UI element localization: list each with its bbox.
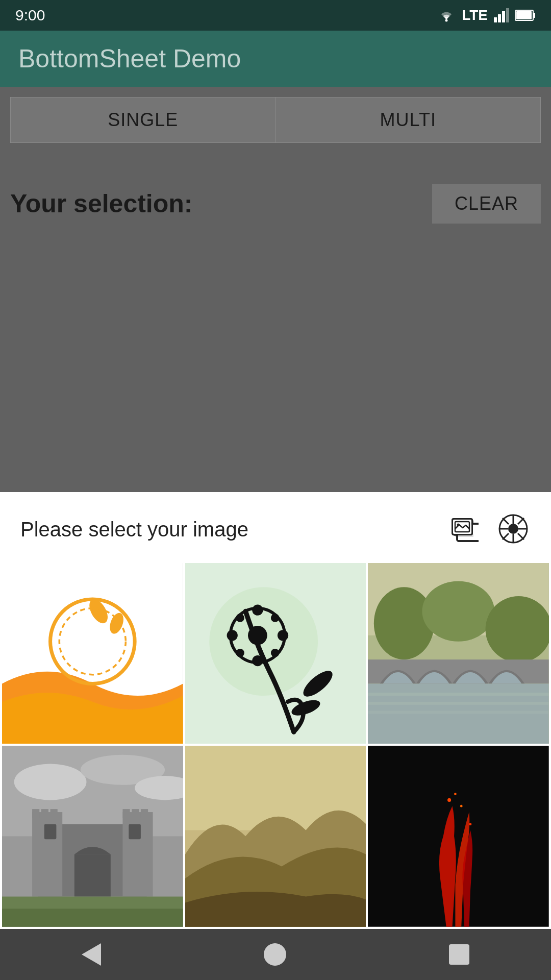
home-icon xyxy=(264,943,286,966)
svg-rect-1 xyxy=(494,17,497,22)
svg-point-34 xyxy=(92,607,98,613)
bottom-sheet-header: Please select your image xyxy=(0,492,551,563)
battery-icon xyxy=(515,9,536,21)
status-bar: 9:00 LTE xyxy=(0,0,551,31)
clear-button[interactable]: CLEAR xyxy=(432,184,541,224)
svg-rect-7 xyxy=(516,11,532,19)
back-button[interactable] xyxy=(82,943,101,966)
svg-point-39 xyxy=(252,604,263,615)
svg-rect-70 xyxy=(122,809,130,818)
svg-line-28 xyxy=(503,533,509,540)
svg-rect-73 xyxy=(74,854,111,897)
image-item-6[interactable] xyxy=(368,746,549,927)
svg-point-0 xyxy=(445,19,448,22)
svg-point-84 xyxy=(454,793,457,796)
camera-icon xyxy=(498,513,529,544)
lte-label: LTE xyxy=(462,7,488,23)
selection-label: Your selection: xyxy=(10,189,192,218)
svg-point-81 xyxy=(447,798,451,802)
image-item-1[interactable] xyxy=(2,563,183,744)
nav-bar xyxy=(0,929,551,980)
gallery-icon xyxy=(450,514,479,543)
image-item-4[interactable] xyxy=(2,746,183,927)
svg-point-61 xyxy=(14,764,87,800)
svg-line-26 xyxy=(518,533,524,540)
svg-rect-71 xyxy=(132,809,139,818)
svg-rect-56 xyxy=(368,693,549,696)
selection-row: Your selection: CLEAR xyxy=(10,184,541,224)
recents-icon xyxy=(449,944,469,965)
bottom-sheet-title: Please select your image xyxy=(20,518,248,541)
status-icons: LTE xyxy=(437,7,536,23)
svg-point-41 xyxy=(227,630,237,641)
svg-rect-57 xyxy=(368,702,549,705)
svg-point-45 xyxy=(236,649,244,657)
home-button[interactable] xyxy=(264,943,286,966)
svg-point-40 xyxy=(252,655,263,666)
single-tab[interactable]: SINGLE xyxy=(10,97,276,143)
svg-rect-68 xyxy=(41,809,48,818)
svg-line-25 xyxy=(503,518,509,524)
svg-point-20 xyxy=(508,524,518,534)
svg-rect-69 xyxy=(51,809,58,818)
app-title: BottomSheet Demo xyxy=(18,44,241,74)
image-item-3[interactable] xyxy=(368,563,549,744)
svg-rect-77 xyxy=(2,909,183,927)
svg-rect-74 xyxy=(44,824,57,840)
svg-point-83 xyxy=(469,823,472,826)
gallery-button[interactable] xyxy=(448,512,481,547)
time-display: 9:00 xyxy=(15,7,45,24)
tab-row: SINGLE MULTI xyxy=(10,97,541,143)
svg-point-46 xyxy=(271,614,280,622)
svg-rect-2 xyxy=(498,14,501,22)
empty-space xyxy=(10,224,541,482)
svg-rect-18 xyxy=(455,534,473,537)
svg-point-52 xyxy=(422,581,495,641)
svg-point-53 xyxy=(486,596,549,663)
svg-point-38 xyxy=(248,626,267,645)
wifi-icon xyxy=(437,8,456,22)
image-item-2[interactable] xyxy=(185,563,366,744)
header-icons xyxy=(448,511,531,548)
svg-rect-4 xyxy=(506,8,509,22)
back-icon xyxy=(82,943,101,966)
svg-line-27 xyxy=(518,518,524,524)
bottom-sheet: Please select your image xyxy=(0,492,551,929)
svg-point-42 xyxy=(278,630,288,641)
svg-rect-67 xyxy=(32,809,39,818)
svg-point-51 xyxy=(374,587,434,659)
main-content: SINGLE MULTI Your selection: CLEAR xyxy=(0,87,551,492)
svg-rect-75 xyxy=(129,824,141,840)
svg-point-17 xyxy=(457,523,460,526)
image-item-5[interactable] xyxy=(185,746,366,927)
svg-point-82 xyxy=(460,805,463,807)
camera-button[interactable] xyxy=(496,511,531,548)
image-grid xyxy=(0,563,551,929)
svg-rect-58 xyxy=(368,710,549,714)
svg-rect-6 xyxy=(533,13,535,18)
signal-icon xyxy=(494,8,509,22)
app-bar: BottomSheet Demo xyxy=(0,31,551,87)
multi-tab[interactable]: MULTI xyxy=(276,97,541,143)
svg-point-44 xyxy=(271,649,280,657)
svg-point-43 xyxy=(236,614,244,622)
recents-button[interactable] xyxy=(449,944,469,965)
svg-rect-3 xyxy=(502,11,505,22)
svg-rect-72 xyxy=(141,809,148,818)
